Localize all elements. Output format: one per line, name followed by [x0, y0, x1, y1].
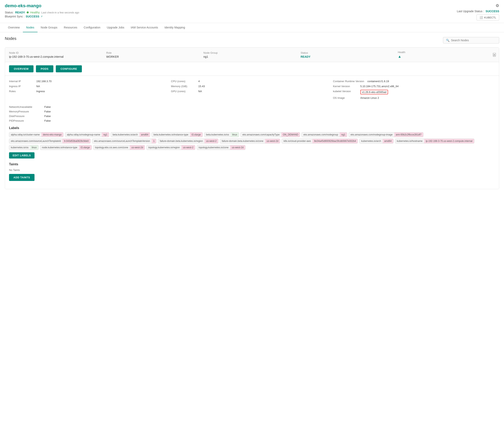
- disk-pressure-row: DiskPressure False: [9, 115, 495, 118]
- status-label: Status:: [5, 11, 14, 14]
- label-value: ng1: [340, 132, 347, 137]
- ingress-ip-label: Ingress IP: [9, 85, 33, 88]
- pods-button[interactable]: PODS: [36, 65, 53, 72]
- external-link-icon[interactable]: ↗: [41, 15, 43, 18]
- label-tag: eks.amazonaws.com/nodegroupng1: [302, 132, 347, 137]
- label-tag: eks.amazonaws.com/nodegroup-imageami-00b…: [349, 132, 423, 137]
- no-taints-text: No Taints: [9, 169, 495, 172]
- label-tag: topology.ebs.csi.aws.com/zoneus-west-2d: [93, 145, 145, 150]
- taints-title: Taints: [9, 163, 495, 166]
- search-input[interactable]: [451, 39, 496, 42]
- label-tag: eks.amazonaws.com/sourceLaunchTemplateId…: [9, 139, 91, 143]
- settings-icon[interactable]: ⚙: [495, 3, 499, 8]
- label-key: k8s.io/cloud-provider-aws: [282, 139, 312, 143]
- memory-pressure-label: MemoryPressure: [9, 110, 41, 113]
- kernel-label: Kernel Version: [333, 85, 357, 88]
- label-value: t3.xlarge: [190, 132, 202, 137]
- labels-section: Labels alpha.rafay.io/cluster-namedemo-e…: [9, 126, 495, 158]
- pid-pressure-label: PIDPressure: [9, 119, 41, 122]
- node-id-col: Node ID ip-192-168-3-70.us-west-2.comput…: [9, 51, 106, 58]
- blueprint-value: SUCCESS: [26, 15, 39, 18]
- tab-upgrade-jobs[interactable]: Upgrade Jobs: [103, 23, 128, 32]
- tab-nodes[interactable]: Nodes: [23, 23, 37, 32]
- search-icon: 🔍: [446, 39, 449, 42]
- node-id-label: Node ID: [9, 51, 106, 54]
- label-value: amd64: [383, 139, 393, 143]
- node-group-label: Node Group: [204, 51, 300, 54]
- memory-label: Memory (GiB): [171, 85, 195, 88]
- label-tag: k8s.io/cloud-provider-aws8e34a45d900926b…: [282, 139, 358, 143]
- node-group-value: ng1: [204, 55, 300, 58]
- node-health-label: Health: [398, 51, 495, 54]
- label-tag: node.kubernetes.io/instance-typet3.xlarg…: [40, 145, 92, 150]
- health-dot-icon: [27, 11, 29, 13]
- node-header-row: Node ID ip-192-168-3-70.us-west-2.comput…: [5, 48, 499, 62]
- label-key: kubernetes.io/os: [9, 145, 30, 150]
- node-health-col: Health ▲: [398, 51, 495, 59]
- tab-resources[interactable]: Resources: [60, 23, 80, 32]
- kubelet-row: kubelet Version v1.26.6-eks-a5565ad: [333, 90, 491, 94]
- tab-overview[interactable]: Overview: [5, 23, 23, 32]
- node-role-label: Role: [106, 51, 203, 54]
- container-runtime-label: Container Runtime Version: [333, 80, 364, 83]
- label-key: failure-domain.beta.kubernetes.io/zone: [220, 139, 265, 143]
- label-value: amd64: [139, 132, 150, 137]
- label-value: us-west-2: [205, 139, 218, 143]
- label-tag: alpha.rafay.io/cluster-namedemo-eks-mang…: [9, 132, 63, 137]
- internal-ip-value: 192.168.3.70: [36, 80, 51, 83]
- label-key: alpha.rafay.io/cluster-name: [9, 132, 41, 137]
- node-group-col: Node Group ng1: [204, 51, 300, 58]
- taints-section: Taints No Taints ADD TAINTS: [9, 163, 495, 181]
- overview-button[interactable]: OVERVIEW: [9, 65, 34, 72]
- label-tag: alpha.rafay.io/nodegroup-nameng1: [65, 132, 109, 137]
- label-value: 1: [152, 139, 156, 143]
- internal-ip-row: Internal IP 192.168.3.70: [9, 80, 167, 83]
- roles-value: Ingress: [36, 90, 45, 93]
- tab-node-groups[interactable]: Node Groups: [37, 23, 60, 32]
- nodes-header: Nodes 🔍: [5, 36, 499, 44]
- label-value: ON_DEMAND: [281, 132, 300, 137]
- upgrade-label: Last Upgrade Status :: [457, 10, 484, 13]
- disk-pressure-label: DiskPressure: [9, 115, 41, 118]
- labels-title: Labels: [9, 126, 495, 130]
- label-key: topology.kubernetes.io/region: [147, 145, 181, 150]
- label-value: lt-043d53ba0828c9de0: [62, 139, 90, 143]
- label-tag: beta.kubernetes.io/archamd64: [111, 132, 150, 137]
- upgrade-value: SUCCESS: [486, 10, 499, 13]
- label-value: us-west-2: [181, 145, 195, 150]
- search-container: 🔍: [443, 37, 499, 43]
- kubectl-button[interactable]: ⬜ KUBECTL: [477, 14, 499, 20]
- health-text: Healthy: [30, 11, 40, 14]
- label-key: topology.kubernetes.io/zone: [197, 145, 230, 150]
- label-value: ng1: [102, 132, 109, 137]
- ingress-ip-value: NA: [36, 85, 40, 88]
- status-value: READY: [15, 11, 25, 14]
- cpu-value: 4: [198, 80, 200, 83]
- label-key: beta.kubernetes.io/arch: [111, 132, 139, 137]
- terminal-icon: ⬜: [479, 16, 483, 19]
- add-taints-button[interactable]: ADD TAINTS: [9, 174, 34, 181]
- container-runtime-row: Container Runtime Version containerd://1…: [333, 80, 491, 83]
- memory-value: 15.43: [198, 85, 205, 88]
- network-unavailable-value: False: [44, 105, 51, 108]
- internal-ip-label: Internal IP: [9, 80, 33, 83]
- edit-labels-button[interactable]: EDIT LABELS: [9, 152, 34, 158]
- label-value: us-west-2d: [265, 139, 280, 143]
- roles-row: Roles Ingress: [9, 90, 167, 93]
- configure-button[interactable]: CONFIGURE: [56, 65, 82, 72]
- page-header: demo-eks-mango Status: READY Healthy Las…: [0, 0, 504, 23]
- label-key: eks.amazonaws.com/nodegroup: [302, 132, 340, 137]
- tab-configuration[interactable]: Configuration: [80, 23, 103, 32]
- node-status-label: Status: [300, 51, 398, 54]
- label-key: kubernetes.io/arch: [359, 139, 383, 143]
- details-grid: Internal IP 192.168.3.70 Ingress IP NA R…: [9, 80, 495, 101]
- page-content: Nodes 🔍 Node ID ip-192-168-3-70.us-west-…: [0, 32, 504, 193]
- tab-iam-service-accounts[interactable]: IAM Service Accounts: [128, 23, 161, 32]
- kernel-row: Kernel Version 5.10.184-175.731.amzn2.x8…: [333, 85, 491, 88]
- network-unavailable-row: NetworkUnavailable False: [9, 105, 495, 108]
- tab-identity-mapping[interactable]: Identity Mapping: [161, 23, 188, 32]
- label-value: ip-192-168-3-70.us-west-2.compute.intern…: [424, 139, 474, 143]
- collapse-button[interactable]: ∧: [493, 53, 496, 57]
- label-tag: kubernetes.io/archamd64: [359, 139, 393, 143]
- app-title: demo-eks-mango: [5, 3, 79, 8]
